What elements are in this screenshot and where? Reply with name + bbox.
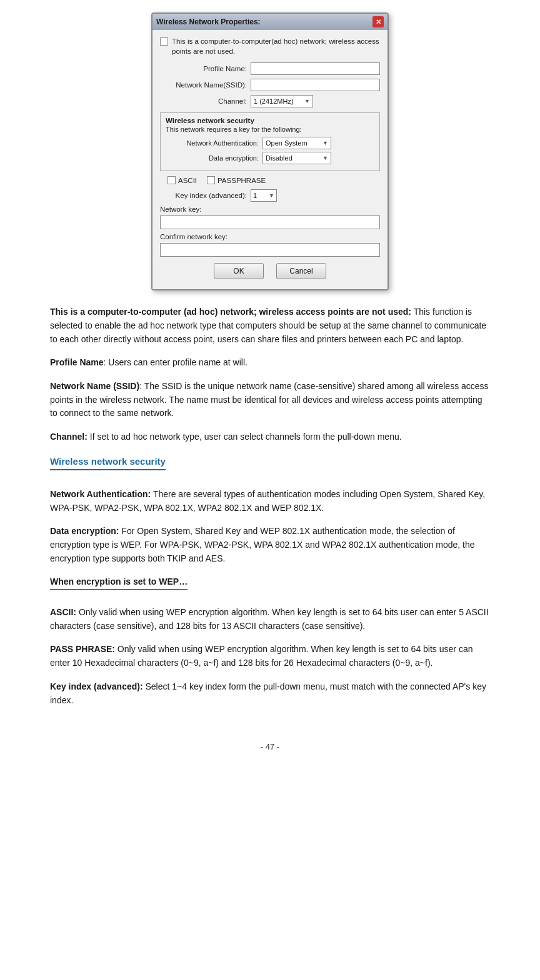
adhoc-checkbox[interactable] <box>160 37 168 46</box>
dialog-body: This is a computer-to-computer(ad hoc) n… <box>152 30 388 289</box>
para-adhoc-text: This is a computer-to-computer (ad hoc) … <box>50 305 490 346</box>
para-auth: Network Authentication: There are severa… <box>50 488 490 515</box>
para-encryption-text: Data encryption: For Open System, Shared… <box>50 525 490 565</box>
channel-select[interactable]: 1 (2412MHz) ▼ <box>251 95 313 107</box>
ssid-label: Network Name(SSID): <box>160 81 251 89</box>
dialog-button-row: OK Cancel <box>160 263 380 283</box>
para-channel-rest: If set to ad hoc network type, user can … <box>88 432 402 442</box>
wireless-security-heading: Wireless network security <box>50 454 166 470</box>
para-ascii-rest: Only valid when using WEP encryption alg… <box>50 607 489 631</box>
ascii-checkbox-item: ASCII <box>168 176 197 184</box>
confirm-netkey-label: Confirm network key: <box>160 233 380 240</box>
wep-subheading-block: When encryption is set to WEP… <box>50 575 490 596</box>
encryption-row: Data encryption: Disabled ▼ <box>166 152 374 164</box>
ok-button[interactable]: OK <box>214 263 264 279</box>
wireless-security-heading-block: Wireless network security <box>50 454 490 478</box>
encryption-select-value: Disabled <box>266 154 322 162</box>
para-ssid: Network Name (SSID): The SSID is the uni… <box>50 380 490 420</box>
para-profile-text: Profile Name: Users can enter profile na… <box>50 356 490 370</box>
para-ascii-text: ASCII: Only valid when using WEP encrypt… <box>50 606 490 633</box>
keyindex-label: Key index (advanced): <box>160 192 251 199</box>
passphrase-checkbox[interactable] <box>207 176 215 184</box>
adhoc-checkbox-row: This is a computer-to-computer(ad hoc) n… <box>160 36 380 56</box>
para-auth-text: Network Authentication: There are severa… <box>50 488 490 515</box>
auth-row: Network Authentication: Open System ▼ <box>166 137 374 149</box>
para-profile-rest: : Users can enter profile name at will. <box>104 357 248 367</box>
channel-select-arrow-icon: ▼ <box>304 98 310 104</box>
auth-select[interactable]: Open System ▼ <box>262 137 331 149</box>
para-ascii-bold: ASCII: <box>50 607 76 617</box>
para-encryption: Data encryption: For Open System, Shared… <box>50 525 490 565</box>
profile-name-input[interactable] <box>251 62 380 75</box>
encryption-select-arrow-icon: ▼ <box>322 155 328 161</box>
keyindex-select-value: 1 <box>253 192 269 199</box>
dialog-close-button[interactable]: ✕ <box>372 16 384 27</box>
keyindex-row: Key index (advanced): 1 ▼ <box>160 189 380 202</box>
wireless-network-properties-dialog: Wireless Network Properties: ✕ This is a… <box>151 12 389 290</box>
para-passphrase-text: PASS PHRASE: Only valid when using WEP e… <box>50 643 490 670</box>
encoding-checkboxes-row: ASCII PASSPHRASE <box>168 176 380 184</box>
passphrase-checkbox-label: PASSPHRASE <box>218 177 266 184</box>
para-keyindex-bold: Key index (advanced): <box>50 681 143 691</box>
ascii-checkbox[interactable] <box>168 176 176 184</box>
para-channel-text: Channel: If set to ad hoc network type, … <box>50 430 490 444</box>
para-ascii: ASCII: Only valid when using WEP encrypt… <box>50 606 490 633</box>
para-channel: Channel: If set to ad hoc network type, … <box>50 430 490 444</box>
dialog-wrapper: Wireless Network Properties: ✕ This is a… <box>151 12 389 290</box>
netkey-label: Network key: <box>160 205 380 213</box>
profile-name-row: Profile Name: <box>160 62 380 75</box>
cancel-button[interactable]: Cancel <box>276 263 326 279</box>
para-profile: Profile Name: Users can enter profile na… <box>50 356 490 370</box>
dialog-titlebar: Wireless Network Properties: ✕ <box>152 14 388 30</box>
para-channel-bold: Channel: <box>50 432 88 442</box>
encryption-label: Data encryption: <box>166 154 262 162</box>
para-ssid-text: Network Name (SSID): The SSID is the uni… <box>50 380 490 420</box>
channel-label: Channel: <box>160 97 251 105</box>
wep-subheading: When encryption is set to WEP… <box>50 575 188 590</box>
para-passphrase-bold: PASS PHRASE: <box>50 644 115 654</box>
adhoc-checkbox-label: This is a computer-to-computer(ad hoc) n… <box>172 36 380 56</box>
page-footer: - 47 - <box>261 742 279 764</box>
netkey-input[interactable] <box>160 215 380 229</box>
content-area: This is a computer-to-computer (ad hoc) … <box>50 305 490 717</box>
ssid-row: Network Name(SSID): <box>160 79 380 91</box>
page-number: - 47 - <box>261 742 279 751</box>
keyindex-arrow-icon: ▼ <box>269 192 274 199</box>
ssid-input[interactable] <box>251 79 380 91</box>
para-adhoc: This is a computer-to-computer (ad hoc) … <box>50 305 490 346</box>
channel-row: Channel: 1 (2412MHz) ▼ <box>160 95 380 107</box>
encryption-select[interactable]: Disabled ▼ <box>262 152 331 164</box>
para-adhoc-bold: This is a computer-to-computer (ad hoc) … <box>50 307 411 317</box>
keyindex-select[interactable]: 1 ▼ <box>251 189 277 202</box>
para-passphrase: PASS PHRASE: Only valid when using WEP e… <box>50 643 490 670</box>
auth-label: Network Authentication: <box>166 139 262 147</box>
para-keyindex-text: Key index (advanced): Select 1~4 key ind… <box>50 680 490 707</box>
para-encryption-bold: Data encryption: <box>50 526 119 536</box>
security-group-desc: This network requires a key for the foll… <box>166 126 374 133</box>
confirm-netkey-input[interactable] <box>160 243 380 257</box>
profile-name-label: Profile Name: <box>160 65 251 72</box>
security-group-title: Wireless network security <box>166 117 374 124</box>
para-auth-bold: Network Authentication: <box>50 489 151 499</box>
para-ssid-bold: Network Name (SSID) <box>50 381 139 391</box>
auth-select-value: Open System <box>266 139 322 147</box>
auth-select-arrow-icon: ▼ <box>322 140 328 146</box>
para-keyindex: Key index (advanced): Select 1~4 key ind… <box>50 680 490 707</box>
ascii-checkbox-label: ASCII <box>178 177 197 184</box>
channel-select-value: 1 (2412MHz) <box>254 97 304 105</box>
security-group: Wireless network security This network r… <box>160 112 380 171</box>
dialog-title: Wireless Network Properties: <box>156 17 261 26</box>
para-profile-bold: Profile Name <box>50 357 104 367</box>
passphrase-checkbox-item: PASSPHRASE <box>207 176 266 184</box>
